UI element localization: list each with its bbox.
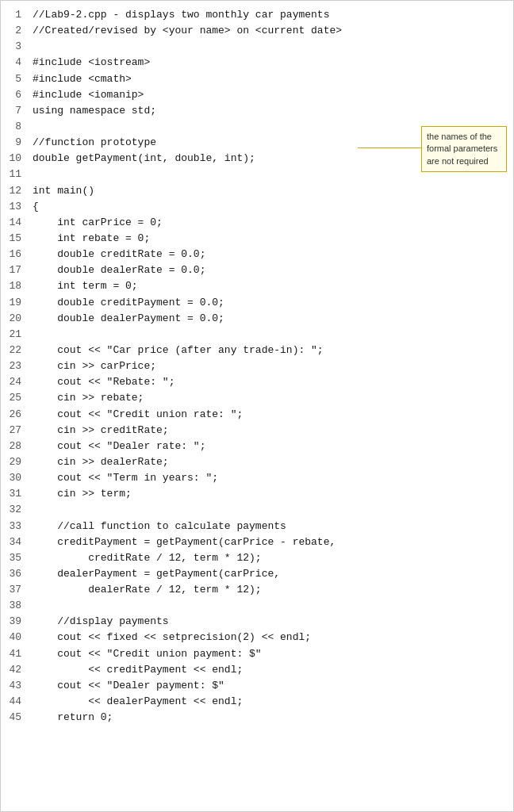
line-content: //display payments (29, 614, 513, 630)
line-number: 19 (1, 295, 29, 311)
code-line: 36 dealerPayment = getPayment(carPrice, (1, 566, 513, 582)
line-number: 36 (1, 566, 29, 582)
code-line: 26 cout << "Credit union rate: "; (1, 407, 513, 423)
code-line: 28 cout << "Dealer rate: "; (1, 439, 513, 454)
code-line: 23 cin >> carPrice; (1, 358, 513, 374)
code-line: 5#include <cmath> (1, 71, 513, 87)
line-number: 2 (1, 23, 29, 39)
line-number: 15 (1, 231, 29, 247)
code-line: 19 double creditPayment = 0.0; (1, 295, 513, 311)
code-line: 22 cout << "Car price (after any trade-i… (1, 343, 513, 358)
line-number: 1 (1, 7, 29, 23)
code-line: 4#include <iostream> (1, 55, 513, 71)
code-line: 42 << creditPayment << endl; (1, 662, 513, 678)
line-number: 30 (1, 470, 29, 486)
code-line: 34 creditPayment = getPayment(carPrice -… (1, 534, 513, 550)
code-line: 20 double dealerPayment = 0.0; (1, 311, 513, 327)
line-content: #include <iomanip> (29, 87, 513, 103)
line-number: 21 (1, 327, 29, 343)
code-line: 12int main() (1, 183, 513, 199)
line-content: double creditRate = 0.0; (29, 247, 513, 262)
code-line: 2//Created/revised by <your name> on <cu… (1, 23, 513, 39)
line-content: cin >> rebate; (29, 390, 513, 406)
line-number: 12 (1, 183, 29, 199)
line-content: #include <cmath> (29, 71, 513, 87)
line-content: cout << "Dealer rate: "; (29, 439, 513, 454)
line-number: 41 (1, 646, 29, 662)
line-content: creditPayment = getPayment(carPrice - re… (29, 534, 513, 550)
line-number: 35 (1, 550, 29, 566)
code-line: 14 int carPrice = 0; (1, 215, 513, 231)
line-content: cout << "Car price (after any trade-in):… (29, 343, 513, 358)
line-number: 9 (1, 135, 29, 151)
line-content: //Lab9-2.cpp - displays two monthly car … (29, 7, 513, 23)
line-content: cin >> carPrice; (29, 358, 513, 374)
code-line: 37 dealerRate / 12, term * 12); (1, 582, 513, 598)
line-content: cout << "Rebate: "; (29, 374, 513, 390)
code-line: 6#include <iomanip> (1, 87, 513, 103)
code-line: 33 //call function to calculate payments (1, 519, 513, 534)
code-line: 40 cout << fixed << setprecision(2) << e… (1, 630, 513, 645)
code-line: 35 creditRate / 12, term * 12); (1, 550, 513, 566)
line-content: cout << "Term in years: "; (29, 470, 513, 486)
line-number: 25 (1, 390, 29, 406)
line-content: double dealerPayment = 0.0; (29, 311, 513, 327)
line-content: cout << fixed << setprecision(2) << endl… (29, 630, 513, 645)
line-content: dealerRate / 12, term * 12); (29, 582, 513, 598)
line-number: 13 (1, 199, 29, 215)
code-container: 1//Lab9-2.cpp - displays two monthly car… (0, 0, 514, 812)
line-number: 10 (1, 151, 29, 167)
line-number: 44 (1, 694, 29, 710)
code-line: 7using namespace std; (1, 103, 513, 119)
code-line: 41 cout << "Credit union payment: $" (1, 646, 513, 662)
code-line: 17 double dealerRate = 0.0; (1, 262, 513, 278)
line-number: 39 (1, 614, 29, 630)
line-number: 26 (1, 407, 29, 423)
annotation-arrow (358, 147, 421, 148)
line-number: 11 (1, 167, 29, 182)
code-line: 45 return 0; (1, 710, 513, 726)
line-number: 32 (1, 502, 29, 518)
code-line: 27 cin >> creditRate; (1, 423, 513, 439)
line-number: 4 (1, 55, 29, 71)
line-content: { (29, 199, 513, 215)
line-content: cin >> term; (29, 486, 513, 502)
code-line: 32 (1, 502, 513, 518)
code-line: 3 (1, 39, 513, 55)
line-number: 38 (1, 598, 29, 614)
line-number: 20 (1, 311, 29, 327)
code-line: 31 cin >> term; (1, 486, 513, 502)
line-content: return 0; (29, 710, 513, 726)
code-block: 1//Lab9-2.cpp - displays two monthly car… (1, 7, 513, 726)
code-line: 1//Lab9-2.cpp - displays two monthly car… (1, 7, 513, 23)
line-content: using namespace std; (29, 103, 513, 119)
line-number: 16 (1, 247, 29, 262)
line-number: 7 (1, 103, 29, 119)
line-content: cin >> dealerRate; (29, 454, 513, 470)
line-number: 42 (1, 662, 29, 678)
line-number: 43 (1, 678, 29, 694)
line-content: //call function to calculate payments (29, 519, 513, 534)
line-number: 6 (1, 87, 29, 103)
code-line: 15 int rebate = 0; (1, 231, 513, 247)
code-line: 29 cin >> dealerRate; (1, 454, 513, 470)
code-line: 30 cout << "Term in years: "; (1, 470, 513, 486)
code-line: 21 (1, 327, 513, 343)
line-number: 18 (1, 278, 29, 294)
line-number: 45 (1, 710, 29, 726)
line-number: 34 (1, 534, 29, 550)
line-number: 17 (1, 262, 29, 278)
line-content: //Created/revised by <your name> on <cur… (29, 23, 513, 39)
line-content: cout << "Credit union rate: "; (29, 407, 513, 423)
line-number: 28 (1, 439, 29, 454)
code-line: 25 cin >> rebate; (1, 390, 513, 406)
line-content: cout << "Credit union payment: $" (29, 646, 513, 662)
line-content: #include <iostream> (29, 55, 513, 71)
line-number: 3 (1, 39, 29, 55)
line-content: int main() (29, 183, 513, 199)
code-line: 13{ (1, 199, 513, 215)
code-line: 39 //display payments (1, 614, 513, 630)
line-number: 31 (1, 486, 29, 502)
annotation-text: the names of the formal parameters are n… (427, 132, 497, 166)
code-line: 24 cout << "Rebate: "; (1, 374, 513, 390)
